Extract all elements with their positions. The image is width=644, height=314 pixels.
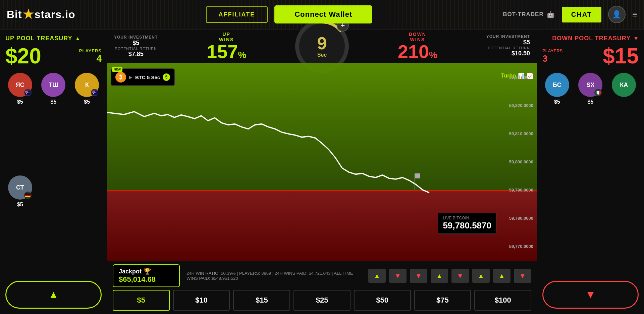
up-bet-icon: ▲ <box>48 289 59 301</box>
left-investment-block: YOUR INVESTMENT $5 POTENTIAL RETURN $7.8… <box>114 35 158 58</box>
player-avatar: БС <box>545 73 569 97</box>
right-potential-value: $10.50 <box>486 50 530 57</box>
arrow-up-btn-3[interactable]: ▲ <box>472 269 490 283</box>
player-amount: $5 <box>84 99 90 105</box>
header-right: BOT-TRADER 🤖 CHAT 👤 ≡ <box>503 6 637 23</box>
chat-button[interactable]: CHAT <box>562 7 601 22</box>
bet-amount-button[interactable]: $15 <box>233 290 290 311</box>
down-pool-header: DOWN POOL TREASURY ▼ <box>542 35 639 42</box>
bet-amount-button[interactable]: $100 <box>474 290 531 311</box>
players-section: PLAYERS 4 <box>79 48 102 64</box>
jackpot-title: Jackpot 🏆 <box>119 268 174 275</box>
logo-text2: stars.io <box>35 8 75 21</box>
turbo-trend-icon: 📈 <box>527 73 533 79</box>
player-avatar: ЯС 🇦🇺 <box>8 73 32 97</box>
player-avatar: SX 🇮🇹 <box>578 73 602 97</box>
down-pool-amount: $15 <box>603 45 639 67</box>
players-count: 4 <box>79 53 102 64</box>
left-player-grid: ЯС 🇦🇺 $5 ТШ $5 К 🇦🇺 $5 СТ 🇩🇪 $5 <box>5 73 102 274</box>
bet-amount-button[interactable]: $10 <box>173 290 230 311</box>
up-bet-button[interactable]: ▲ <box>5 281 102 309</box>
center-panel: YOUR INVESTMENT $5 POTENTIAL RETURN $7.8… <box>107 30 537 314</box>
right-investment-label: YOUR INVESTMENT <box>486 34 530 39</box>
chart-label-row: NEW ₿ ▶ BTC 5 Sec 5 Turbo 📊 📈 <box>111 66 533 86</box>
bet-amounts-row: $5$10$15$25$50$75$100 <box>113 290 531 311</box>
bot-icon: 🤖 <box>546 10 555 18</box>
right-investment-value: $5 <box>486 39 530 46</box>
down-players-count: 3 <box>542 53 562 64</box>
chart-price-labels: 59,830.000059,820.000059,810.000059,800.… <box>509 63 533 261</box>
left-potential-value: $7.85 <box>114 51 158 58</box>
live-bitcoin-label: LIVE BITCOIN <box>443 216 491 220</box>
new-badge: NEW <box>112 67 122 72</box>
arrow-down-btn-4[interactable]: ▼ <box>514 269 531 283</box>
stats-text: 24H WIN RATIO: 50.39% | PLAYERS: 8969 | … <box>186 271 362 281</box>
right-potential-label: POTENTIAL RETURN <box>486 46 530 50</box>
affiliate-button[interactable]: AFFILIATE <box>206 6 268 23</box>
arrow-down-btn-2[interactable]: ▼ <box>410 269 427 283</box>
down-players-label: PLAYERS <box>542 48 562 53</box>
stats-bar: YOUR INVESTMENT $5 POTENTIAL RETURN $7.8… <box>107 30 537 63</box>
arrow-up-btn-2[interactable]: ▲ <box>431 269 448 283</box>
menu-icon[interactable]: ≡ <box>632 9 637 20</box>
price-label: 59,820.0000 <box>509 103 533 108</box>
price-label: 59,770.0000 <box>509 244 533 249</box>
bet-amount-button[interactable]: $25 <box>293 290 351 311</box>
arrow-down-btn-3[interactable]: ▼ <box>451 269 469 283</box>
bot-trader-label: BOT-TRADER <box>503 11 543 18</box>
down-wins-block: DOWNWINS 210% <box>398 32 437 61</box>
logo: Bit ★ stars.io <box>7 7 75 21</box>
arrow-up-btn-4[interactable]: ▲ <box>493 269 511 283</box>
right-player-grid: БС $5 SX 🇮🇹 $5 КА <box>542 73 639 274</box>
player-amount: $5 <box>17 99 23 105</box>
up-wins-value: 157% <box>207 42 246 61</box>
main: UP POOL TREASURY ▲ $20 PLAYERS 4 ЯС 🇦🇺 $… <box>0 30 644 314</box>
bet-arrows: ▲ ▼ ▼ ▲ ▼ ▲ ▲ ▼ <box>368 269 531 283</box>
left-panel: UP POOL TREASURY ▲ $20 PLAYERS 4 ЯС 🇦🇺 $… <box>0 30 107 314</box>
bottom-controls: Jackpot 🏆 $65,014.68 24H WIN RATIO: 50.3… <box>107 261 537 314</box>
up-pool-amount: $20 <box>5 45 41 67</box>
player-amount: $5 <box>554 99 560 105</box>
price-label: 59,810.0000 <box>509 131 533 136</box>
bet-amount-button[interactable]: $50 <box>354 290 411 311</box>
chart-area: NEW ₿ ▶ BTC 5 Sec 5 Turbo 📊 📈 59,830.000… <box>107 63 537 261</box>
up-pool-title: UP POOL TREASURY <box>5 35 72 42</box>
up-arrow-icon: ▲ <box>75 36 80 42</box>
down-bet-icon: ▼ <box>585 289 596 301</box>
left-player-item: К 🇦🇺 $5 <box>72 73 102 171</box>
price-label: 59,790.0000 <box>509 188 533 193</box>
up-wins-block: UPWINS 157% <box>207 32 246 61</box>
down-bet-button[interactable]: ▼ <box>542 281 639 309</box>
left-potential-label: POTENTIAL RETURN <box>114 47 158 51</box>
logo-text1: Bit <box>7 8 22 21</box>
header-center: AFFILIATE Connect Wallet <box>206 5 373 23</box>
left-investment-label: YOUR INVESTMENT <box>114 35 158 40</box>
jackpot-box: Jackpot 🏆 $65,014.68 <box>113 264 180 287</box>
arrow-up-btn-1[interactable]: ▲ <box>368 269 386 283</box>
logo-star: ★ <box>23 7 34 21</box>
player-amount: $5 <box>51 99 57 105</box>
down-wins-value: 210% <box>398 42 437 61</box>
player-avatar: ТШ <box>41 73 65 97</box>
turbo-label: Turbo 📊 📈 <box>501 73 533 79</box>
avatar[interactable]: 👤 <box>608 6 626 23</box>
down-pool-amount-row: PLAYERS 3 $15 <box>542 45 639 67</box>
right-panel: DOWN POOL TREASURY ▼ PLAYERS 3 $15 БС $5… <box>537 30 644 314</box>
connect-wallet-button[interactable]: Connect Wallet <box>274 5 372 23</box>
btc-icon: ₿ <box>115 72 126 83</box>
flag-badge: 🇦🇺 <box>24 89 32 96</box>
play-icon: ▶ <box>129 74 132 80</box>
notification-badge: 5 <box>163 73 170 81</box>
bet-amount-button[interactable]: $75 <box>414 290 471 311</box>
btc-badge: NEW ₿ ▶ BTC 5 Sec 5 <box>111 68 175 86</box>
right-player-item: SX 🇮🇹 $5 <box>576 73 605 274</box>
up-pool-amount-row: $20 PLAYERS 4 <box>5 45 102 67</box>
down-pool-title: DOWN POOL TREASURY <box>552 35 631 42</box>
up-pool-header: UP POOL TREASURY ▲ <box>5 35 102 42</box>
arrow-down-btn-1[interactable]: ▼ <box>389 269 407 283</box>
jackpot-emoji: 🏆 <box>144 268 151 275</box>
player-avatar: К 🇦🇺 <box>75 73 99 97</box>
bot-trader-button[interactable]: BOT-TRADER 🤖 <box>503 10 555 18</box>
bet-amount-button[interactable]: $5 <box>113 290 170 311</box>
live-bitcoin-box: LIVE BITCOIN 59,780.5870 <box>438 213 496 234</box>
